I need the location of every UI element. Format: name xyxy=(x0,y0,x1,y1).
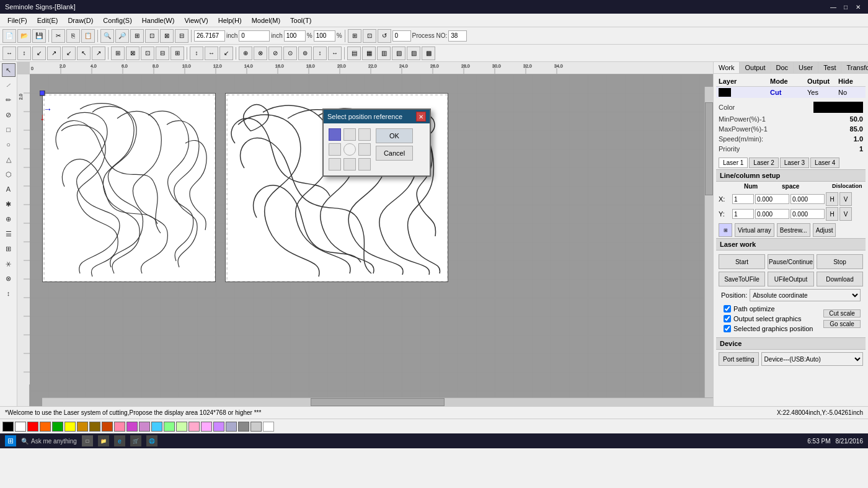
download-btn[interactable]: Download xyxy=(817,272,863,286)
x-space-input[interactable] xyxy=(755,194,789,204)
angle-input[interactable] xyxy=(392,30,411,42)
dialog-cancel-btn[interactable]: Cancel xyxy=(376,146,413,161)
tb-new[interactable]: 📄 xyxy=(2,29,16,43)
color-cyan[interactable] xyxy=(151,422,162,432)
device-select[interactable]: Device---(USB:Auto) xyxy=(761,352,863,366)
color-lightgray[interactable] xyxy=(250,422,262,432)
x-dislocation-input[interactable] xyxy=(790,194,825,204)
tool-shape1[interactable]: ⊘ xyxy=(2,108,16,122)
color-swatch[interactable] xyxy=(813,102,863,113)
tab-work[interactable]: Work xyxy=(714,62,740,73)
pos-btn-mid-right[interactable] xyxy=(358,143,371,156)
tb2-btn3[interactable]: ↙ xyxy=(32,47,46,60)
color-green[interactable] xyxy=(52,422,63,432)
tb-copy[interactable]: ⎘ xyxy=(66,29,80,43)
color-white[interactable] xyxy=(15,422,26,432)
laser-tab-3[interactable]: Laser 3 xyxy=(780,157,809,168)
close-btn[interactable]: ✕ xyxy=(853,2,863,12)
tb2-btn24[interactable]: ▦ xyxy=(362,47,376,60)
tool-ellipse[interactable]: ○ xyxy=(2,138,16,151)
tb2-btn7[interactable]: ↗ xyxy=(92,47,105,60)
tool-array[interactable]: ⊞ xyxy=(2,242,16,255)
port-setting-btn[interactable]: Port setting xyxy=(719,352,759,366)
x-mirror-v-btn[interactable]: V xyxy=(839,192,852,206)
menu-handle[interactable]: Handle(W) xyxy=(137,16,180,25)
tb-cut[interactable]: ✂ xyxy=(51,29,65,43)
tb2-btn8[interactable]: ⊞ xyxy=(111,47,125,60)
tb2-btn10[interactable]: ⊡ xyxy=(141,47,154,60)
y-num-input[interactable] xyxy=(732,209,754,219)
pos-btn-top-right[interactable] xyxy=(358,128,371,141)
pos-btn-bot-left[interactable] xyxy=(329,158,341,171)
file-explorer-btn[interactable]: 📁 xyxy=(98,435,109,446)
tb-zoomfit[interactable]: ⊞ xyxy=(130,29,144,43)
color-black[interactable] xyxy=(2,422,14,432)
menu-file[interactable]: File(F) xyxy=(2,16,32,25)
tb2-btn27[interactable]: ▨ xyxy=(407,47,420,60)
color-burnt[interactable] xyxy=(102,422,113,432)
stop-btn[interactable]: Stop xyxy=(817,254,863,269)
minimize-btn[interactable]: — xyxy=(828,2,838,12)
tb2-btn28[interactable]: ▩ xyxy=(422,47,435,60)
go-scale-btn[interactable]: Go scale xyxy=(823,320,861,328)
tb-save[interactable]: 💾 xyxy=(32,29,46,43)
bestrew-btn[interactable]: Bestrew... xyxy=(777,223,810,237)
tb2-btn12[interactable]: ⊞ xyxy=(170,47,184,60)
tool-select[interactable]: ↖ xyxy=(2,63,16,77)
x-mirror-h-btn[interactable]: H xyxy=(826,192,838,206)
output-select-check[interactable] xyxy=(724,315,731,322)
layer-row[interactable]: Cut Yes No xyxy=(716,87,866,98)
pos-btn-mid-left[interactable] xyxy=(329,143,341,156)
dialog-close-btn[interactable]: ✕ xyxy=(416,112,426,122)
y-dislocation-input[interactable] xyxy=(790,209,825,219)
tool-node[interactable]: ⟋ xyxy=(2,78,16,92)
menu-model[interactable]: Model(M) xyxy=(247,16,285,25)
tool-layer[interactable]: ☰ xyxy=(2,227,16,241)
tb2-btn22[interactable]: ↔ xyxy=(328,47,342,60)
virtual-array-btn[interactable]: Virtual array xyxy=(735,223,774,237)
tb2-btn20[interactable]: ⊚ xyxy=(298,47,312,60)
tb2-btn23[interactable]: ▤ xyxy=(347,47,361,60)
pos-btn-bot-center[interactable] xyxy=(343,158,356,171)
tool-measure[interactable]: ⊕ xyxy=(2,212,16,226)
coord-x-input[interactable] xyxy=(194,30,225,42)
store-btn[interactable]: 🛒 xyxy=(130,435,141,446)
tb-more2[interactable]: ⊡ xyxy=(363,29,376,43)
laser-tab-4[interactable]: Laser 4 xyxy=(810,157,839,168)
pos-btn-top-left[interactable] xyxy=(329,128,341,141)
tb-more3[interactable]: ↺ xyxy=(378,29,391,43)
pause-btn[interactable]: Pause/Continue xyxy=(768,254,814,269)
color-gray[interactable] xyxy=(238,422,249,432)
tb2-btn19[interactable]: ⊙ xyxy=(283,47,297,60)
color-white2[interactable] xyxy=(263,422,274,432)
tool-cut[interactable]: ⊗ xyxy=(2,272,16,285)
selected-graphics-check[interactable] xyxy=(724,325,731,332)
tb2-btn4[interactable]: ↗ xyxy=(47,47,61,60)
color-gold[interactable] xyxy=(77,422,88,432)
start-button[interactable]: ⊞ xyxy=(5,435,16,446)
save-to-u-btn[interactable]: SaveToUFile xyxy=(719,272,765,286)
tb2-btn25[interactable]: ▥ xyxy=(377,47,391,60)
color-pink[interactable] xyxy=(114,422,125,432)
tb-zoom2[interactable]: ⊟ xyxy=(175,29,188,43)
tool-poly[interactable]: △ xyxy=(2,153,16,166)
laser-tab-1[interactable]: Laser 1 xyxy=(719,157,748,168)
cut-scale-btn[interactable]: Cut scale xyxy=(823,309,861,317)
tab-output[interactable]: Output xyxy=(740,62,771,73)
tool-text[interactable]: A xyxy=(2,182,16,196)
tb-zoomarea[interactable]: ⊡ xyxy=(145,29,159,43)
color-purple[interactable] xyxy=(126,422,138,432)
pos-btn-bot-right[interactable] xyxy=(358,158,371,171)
color-lightgreen[interactable] xyxy=(176,422,187,432)
tab-user[interactable]: User xyxy=(794,62,818,73)
menu-draw[interactable]: Draw(D) xyxy=(63,16,98,25)
tb2-btn21[interactable]: ↕ xyxy=(313,47,327,60)
scrollbar-horizontal[interactable] xyxy=(42,397,713,406)
coord-y-input[interactable] xyxy=(239,30,270,42)
tb-zoom1[interactable]: ⊠ xyxy=(160,29,174,43)
tb2-btn13[interactable]: ↕ xyxy=(190,47,203,60)
tb2-btn1[interactable]: ↔ xyxy=(2,47,16,60)
color-lime[interactable] xyxy=(164,422,175,432)
menu-edit[interactable]: Edit(E) xyxy=(32,16,63,25)
tb-more1[interactable]: ⊞ xyxy=(348,29,361,43)
